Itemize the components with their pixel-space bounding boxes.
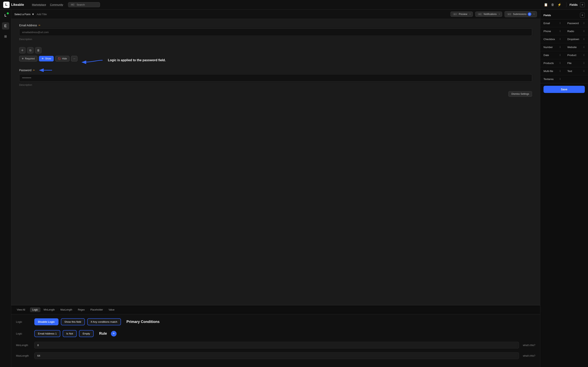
maxlength-input[interactable] — [34, 352, 519, 359]
maxlength-label: MaxLength — [16, 354, 32, 357]
eye-hide-icon: 🚫 — [58, 57, 61, 60]
trash-icon[interactable]: 🗑 — [551, 3, 554, 7]
form-select-button[interactable]: Select a Form ▼ — [14, 13, 34, 16]
password-description: Description — [19, 83, 532, 86]
minlength-input[interactable] — [34, 342, 519, 349]
email-address-dropdown[interactable]: Email Address 1 — [34, 330, 60, 337]
drag-handle-number: ⠿ — [559, 46, 561, 49]
minlength-row: MinLength what's this? — [16, 342, 535, 349]
field-item-textarea[interactable]: Textarea ⠿ — [540, 75, 564, 83]
active-badge — [7, 12, 9, 14]
grid-icon: ⊞ — [4, 34, 7, 38]
drag-handle-multi-file: ⠿ — [559, 70, 561, 73]
dismiss-button[interactable]: Dismiss Settings — [508, 91, 532, 97]
tab-logic[interactable]: Logic — [30, 307, 41, 312]
sidebar-icon-editor[interactable]: E — [2, 22, 9, 30]
field-item-multi-file[interactable]: Multi-file ⠿ — [540, 67, 564, 75]
email-field-label: Email Address — [19, 24, 37, 27]
preview-tab[interactable]: ⌘X Preview + — [451, 12, 473, 17]
show-button[interactable]: 👁 Show — [39, 56, 54, 61]
email-edit-icon[interactable]: ✏ — [39, 24, 41, 27]
right-panel-plus-button[interactable]: + — [580, 13, 585, 17]
field-item-radio[interactable]: Radio ⠿ — [564, 27, 588, 35]
empty-dropdown[interactable]: Empty — [79, 330, 94, 337]
drag-handle-website: ⠿ — [583, 46, 585, 49]
fields-grid: Email ⠿ Password ⠿ Phone ⠿ Radio ⠿ Check… — [540, 19, 588, 83]
annotation-text: Logic is applied to the password field. — [108, 58, 166, 62]
field-item-number[interactable]: Number ⠿ — [540, 43, 564, 51]
tab-view-all[interactable]: View All — [14, 307, 27, 312]
required-button[interactable]: ✱ Required — [19, 56, 37, 61]
if-any-conditions-dropdown[interactable]: if Any conditions match — [87, 318, 121, 325]
lightning-icon[interactable]: ⚡ — [557, 3, 562, 7]
add-field-button[interactable]: + — [580, 2, 585, 7]
search-text: Search — [77, 3, 85, 6]
field-item-password[interactable]: Password ⠿ — [564, 19, 588, 27]
field-item-file[interactable]: File ⠿ — [564, 59, 588, 67]
nav-community[interactable]: Community — [50, 3, 63, 6]
fields-label: Fields — [570, 3, 578, 6]
tab-minlength[interactable]: MinLength — [41, 307, 57, 312]
content-area: Select a Form ▼ Add Title ⌘X Preview + ⌘… — [11, 9, 588, 367]
maxlength-whats-this[interactable]: what's this? — [523, 354, 535, 357]
logo-box: L — [3, 2, 9, 8]
drag-handle-checkbox: ⠿ — [559, 38, 561, 41]
drag-handle-password: ⠿ — [583, 22, 585, 25]
tab-regex[interactable]: Regex — [76, 307, 87, 312]
sidebar-icon-home[interactable]: L — [2, 12, 9, 19]
field-item-email[interactable]: Email ⠿ — [540, 19, 564, 27]
show-this-field-dropdown[interactable]: Show this field — [61, 318, 85, 325]
delete-button[interactable]: 🗑 — [35, 47, 42, 53]
rule-title: Rule — [99, 332, 107, 336]
tab-placeholder[interactable]: Placeholder — [88, 307, 105, 312]
editor-icon: E — [4, 24, 7, 28]
field-item-products[interactable]: Products ⠿ — [540, 59, 564, 67]
drag-handle-file: ⠿ — [583, 62, 585, 65]
logo: L Likeable — [3, 2, 24, 8]
hide-button[interactable]: 🚫 Hide — [55, 56, 70, 61]
field-toolbar: ✱ Required 👁 Show 🚫 Hide ··· — [19, 56, 77, 61]
tab-maxlength[interactable]: MaxLength — [58, 307, 75, 312]
logic-label-1: Logic — [16, 320, 32, 323]
save-button[interactable]: Save — [544, 86, 585, 93]
minlength-whats-this[interactable]: what's this? — [523, 344, 535, 347]
arrow-svg — [81, 56, 105, 64]
field-item-dropdown[interactable]: Dropdown ⠿ — [564, 35, 588, 43]
email-label-row: Email Address ✏ — [19, 24, 532, 27]
maxlength-row: MaxLength what's this? — [16, 352, 535, 359]
password-edit-icon[interactable]: ✏ — [33, 69, 35, 72]
disable-logic-button[interactable]: Disable Logic — [34, 318, 59, 325]
field-item-checkbox[interactable]: Checkbox ⠿ — [540, 35, 564, 43]
field-item-website[interactable]: Website ⠿ — [564, 43, 588, 51]
nav-links: Marketplace Community — [32, 3, 63, 6]
form-editor: Email Address ✏ Description ✛ ⧉ 🗑 — [11, 19, 540, 305]
minlength-label: MinLength — [16, 344, 32, 347]
notifications-tab[interactable]: ⌘E Notifications + — [475, 12, 502, 17]
clipboard-icon[interactable]: 📋 — [544, 3, 548, 7]
field-item-product[interactable]: Product ⠿ — [564, 51, 588, 59]
tab-value[interactable]: Value — [106, 307, 117, 312]
password-field-section: Password ✏ — [19, 68, 532, 86]
more-button[interactable]: ··· — [71, 56, 77, 61]
field-item-phone[interactable]: Phone ⠿ — [540, 27, 564, 35]
add-rule-button[interactable]: + — [111, 331, 117, 336]
sidebar-icon-grid[interactable]: ⊞ — [2, 33, 9, 40]
eye-icon: 👁 — [42, 57, 44, 60]
is-not-dropdown[interactable]: Is Not — [63, 330, 77, 337]
drag-handle-email: ⠿ — [559, 22, 561, 25]
submissions-tab[interactable]: ⌘B Submissions 0 + — [504, 11, 537, 17]
nav-marketplace[interactable]: Marketplace — [32, 3, 46, 6]
copy-button[interactable]: ⧉ — [27, 47, 34, 53]
field-item-date[interactable]: Date ⠿ — [540, 51, 564, 59]
search-box[interactable]: ⌘Z Search — [68, 2, 100, 7]
add-title-button[interactable]: Add Title — [37, 13, 47, 16]
password-field-actions: ✛ ⧉ 🗑 — [19, 47, 532, 53]
email-input[interactable] — [19, 29, 532, 36]
search-kbd: ⌘Z — [70, 3, 75, 6]
move-button[interactable]: ✛ — [19, 47, 26, 53]
password-input[interactable] — [19, 74, 532, 82]
topnav: L Likeable Marketplace Community ⌘Z Sear… — [0, 0, 588, 9]
field-item-text[interactable]: Text ⠿ — [564, 67, 588, 75]
primary-conditions-title: Primary Conditions — [127, 320, 160, 324]
main-layout: L E ⊞ Select a Form ▼ Add Title ⌘X Previ… — [0, 9, 588, 367]
